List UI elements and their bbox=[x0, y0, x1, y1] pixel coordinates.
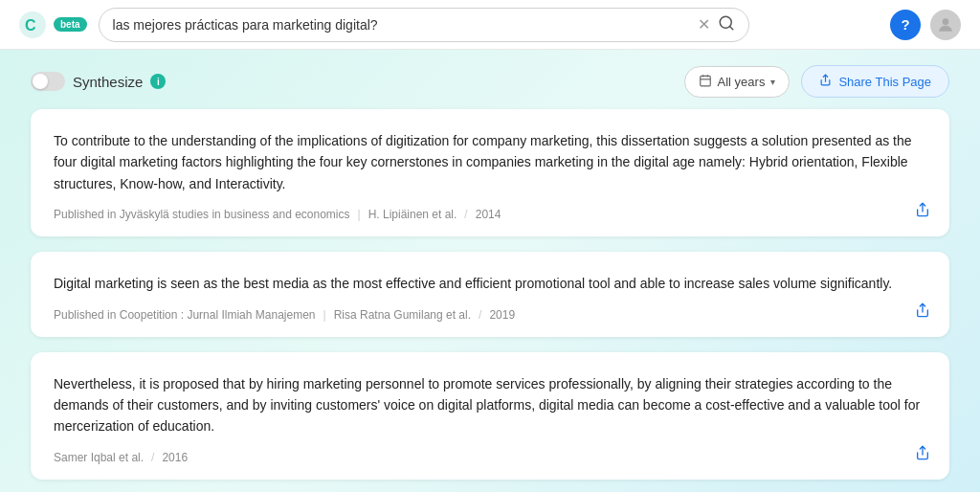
share-label: Share This Page bbox=[838, 75, 931, 89]
result-year: 2016 bbox=[162, 451, 188, 464]
meta-separator-2: / bbox=[464, 208, 467, 221]
synthesize-toggle[interactable] bbox=[31, 72, 65, 91]
calendar-icon bbox=[699, 74, 712, 90]
chevron-down-icon: ▾ bbox=[770, 77, 775, 87]
results-area: To contribute to the understanding of th… bbox=[0, 109, 980, 492]
toolbar: Synthesize i All years ▾ Share This Page bbox=[0, 50, 980, 109]
share-button[interactable]: Share This Page bbox=[801, 65, 949, 98]
result-card: Nevertheless, it is proposed that by hir… bbox=[31, 352, 949, 480]
search-bar[interactable]: ✕ bbox=[99, 8, 749, 42]
result-year: 2019 bbox=[489, 308, 515, 322]
result-authors: Samer Iqbal et al. bbox=[54, 451, 144, 464]
result-year: 2014 bbox=[476, 208, 501, 221]
result-publication: Published in Coopetition : Jurnal Ilmiah… bbox=[54, 308, 316, 322]
share-icon bbox=[819, 74, 832, 89]
logo-icon: C bbox=[19, 11, 46, 38]
header-right: ? bbox=[890, 10, 961, 40]
result-text: To contribute to the understanding of th… bbox=[54, 130, 926, 194]
result-upload-button[interactable] bbox=[915, 445, 930, 464]
result-text: Digital marketing is seen as the best me… bbox=[54, 273, 926, 294]
avatar-icon bbox=[936, 15, 955, 34]
meta-separator-2: / bbox=[151, 451, 154, 464]
meta-separator: | bbox=[323, 308, 326, 322]
search-icon bbox=[718, 14, 735, 32]
result-meta: Samer Iqbal et al./2016 bbox=[54, 451, 926, 464]
synthesize-info-icon[interactable]: i bbox=[150, 74, 166, 89]
header: C beta ✕ ? bbox=[0, 0, 980, 50]
search-submit-button[interactable] bbox=[718, 14, 735, 35]
result-meta: Published in Coopetition : Jurnal Ilmiah… bbox=[54, 308, 926, 322]
year-filter-label: All years bbox=[718, 75, 766, 89]
result-publication: Published in Jyväskylä studies in busine… bbox=[54, 208, 350, 221]
toggle-knob bbox=[33, 74, 48, 89]
result-meta: Published in Jyväskylä studies in busine… bbox=[54, 208, 926, 221]
year-filter-button[interactable]: All years ▾ bbox=[684, 66, 791, 98]
svg-rect-5 bbox=[700, 76, 710, 86]
svg-line-3 bbox=[729, 26, 732, 29]
help-button[interactable]: ? bbox=[890, 10, 921, 40]
meta-separator: | bbox=[358, 208, 361, 221]
logo-area: C beta bbox=[19, 11, 87, 38]
svg-point-4 bbox=[943, 18, 949, 25]
search-clear-button[interactable]: ✕ bbox=[698, 17, 710, 33]
svg-text:C: C bbox=[25, 17, 36, 34]
toolbar-right: All years ▾ Share This Page bbox=[684, 65, 949, 98]
synthesize-label: Synthesize bbox=[73, 74, 143, 90]
result-card: Digital marketing is seen as the best me… bbox=[31, 252, 949, 336]
user-avatar-button[interactable] bbox=[930, 10, 961, 40]
result-text: Nevertheless, it is proposed that by hir… bbox=[54, 373, 926, 437]
meta-separator-2: / bbox=[479, 308, 481, 322]
beta-badge: beta bbox=[54, 17, 87, 32]
result-upload-button[interactable] bbox=[915, 202, 930, 221]
result-authors: Risa Ratna Gumilang et al. bbox=[334, 308, 471, 322]
result-upload-button[interactable] bbox=[915, 302, 930, 322]
search-input[interactable] bbox=[113, 17, 690, 33]
result-authors: H. Lipiäinen et al. bbox=[368, 208, 457, 221]
synthesize-area: Synthesize i bbox=[31, 72, 166, 91]
result-card: To contribute to the understanding of th… bbox=[31, 109, 949, 236]
